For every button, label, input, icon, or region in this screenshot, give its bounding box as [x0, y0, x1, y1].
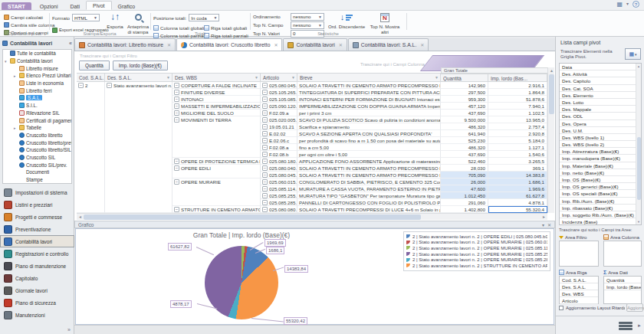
wbs-cell[interactable]: −STRUTTURE IN CEMENTO ARMATO [172, 206, 261, 213]
pivot-field-imp-os-speciali-base-[interactable]: Imp. OS speciali (Base)(€) [560, 190, 636, 197]
collapse-icon[interactable]: − [107, 83, 112, 88]
pivot-field-imp-manodopera-base-[interactable]: Imp. manodopera (Base)(€) [560, 155, 636, 162]
cod-cell[interactable] [77, 103, 105, 110]
grid-icon[interactable]: ▦ [616, 1, 623, 8]
articolo-cell[interactable]: −025.080.045.b00 [261, 172, 297, 178]
des-cell[interactable] [105, 110, 172, 116]
quantita-cell[interactable]: 522,460 [441, 158, 488, 165]
breve-cell[interactable]: INTONACI ESTERNI PER FORMAZIONE DI BUGNA… [297, 96, 441, 103]
articolo-cell[interactable]: −025.085.114.a00 [261, 185, 297, 192]
quantita-cell[interactable]: 437,690 [441, 110, 488, 116]
cod-cell[interactable] [77, 96, 105, 103]
des-cell[interactable] [105, 178, 172, 185]
quantita-cell[interactable]: 291,060 [441, 199, 488, 206]
pivot-field-imp-ribassato-base-[interactable]: Imp. ribassato (Base)(€) [560, 205, 636, 211]
ribbon-tab-opzioni[interactable]: Opzioni [34, 2, 64, 10]
imp-lordo-cell[interactable]: 51.878,6 [488, 96, 547, 103]
doc-tab-contabilit-lavori[interactable]: Contabilità lavori✕ [283, 38, 347, 51]
quantita-cell[interactable]: 641,940 [441, 130, 488, 137]
pivot-field-des-wbs-livello-1-[interactable]: Des. WBS (livello 1) [560, 134, 636, 141]
wbs-cell[interactable]: −FINITURE DIVERSE [172, 89, 261, 96]
cod-cell[interactable] [77, 137, 105, 144]
wbs-cell[interactable]: −MIGLIORIE DEL SUOLO [172, 110, 261, 116]
des-cell[interactable] [105, 89, 172, 96]
pivot-field-des-mappale[interactable]: Des. Mappale [560, 106, 636, 113]
imp-lordo-cell[interactable]: 1.540,6 [488, 151, 547, 158]
articolo-cell[interactable]: −025.020.005.b00 [261, 116, 297, 123]
module-item-listini-e-prezziari[interactable]: Listini e prezziari [0, 198, 74, 211]
articolo-cell[interactable]: −E.02.06.c [261, 137, 297, 144]
sidebar-item-documenti[interactable]: Documenti [3, 169, 71, 176]
des-cell[interactable] [105, 151, 172, 158]
articolo-cell[interactable]: −19.05.01.21 [261, 123, 297, 130]
pivot-field-des-odl[interactable]: Des. ODL [560, 113, 636, 120]
collapse-icon[interactable]: − [174, 179, 179, 185]
collapse-icon[interactable]: − [262, 186, 268, 192]
imp-lordo-cell[interactable]: 7.940,1 [488, 103, 547, 110]
breve-cell[interactable]: Scarifica e spianamento [297, 123, 441, 130]
imp-lordo-cell[interactable]: 55.320,4 [488, 206, 547, 213]
pivot-field-des-cat-soa[interactable]: Des. Cat. SOA [560, 85, 636, 92]
sidebar-item-cruscotto-libretto-prev-[interactable]: Cruscotto libretto/prev. [3, 139, 71, 146]
area-dati-item[interactable]: Imp. lordo (Base)(€) [604, 283, 641, 290]
pivot-field-des-wbs-livello-2-[interactable]: Des. WBS (livello 2) [560, 141, 636, 148]
field-list-layout-button[interactable]: ▦▾ [625, 48, 641, 60]
wbs-cell[interactable] [172, 144, 261, 151]
articolo-cell[interactable]: −E.02.02 [261, 130, 297, 137]
area-dati-item[interactable]: Quantità [604, 277, 641, 283]
des-cell[interactable] [105, 96, 172, 103]
collapse-icon[interactable]: − [174, 103, 179, 109]
doc-tab-contabilit-lavori-s-a-l-[interactable]: Contabilità lavori: S.A.L.✕ [348, 38, 429, 51]
list-view-icon[interactable] [619, 320, 632, 331]
cod-cell[interactable] [77, 185, 105, 192]
breve-cell[interactable]: per profondità di scavo fino a m 1.50 co… [297, 137, 441, 144]
module-item-progetti-e-commesse[interactable]: Progetti e commesse [0, 211, 74, 223]
articolo-cell[interactable]: −F.02.08.a [261, 144, 297, 151]
column-header-articolo[interactable]: Articolo▼ [261, 73, 297, 82]
des-cell[interactable] [105, 172, 172, 178]
legend-item[interactable]: 2 | Stato avanzamento lavori n. 2 | OPER… [406, 234, 547, 240]
articolo-cell[interactable]: −025.080.045.b00 [261, 82, 297, 89]
des-cell[interactable] [105, 144, 172, 151]
collapse-icon[interactable]: − [262, 124, 268, 129]
sidebar-item-cruscotto-sil-prev-[interactable]: Cruscotto SIL/prev. [3, 161, 71, 169]
pivot-field-incidenza-base-[interactable]: Incidenza (Base) [560, 218, 636, 225]
close-icon[interactable]: ✕ [547, 222, 551, 228]
breve-cell[interactable]: SOLAIO A TRAVETTI IN CEMENTO ARMATO PREC… [297, 165, 441, 172]
collapse-icon[interactable]: − [174, 207, 179, 212]
check-colonna-totali-globali[interactable]: Colonna totali globali [153, 24, 205, 31]
cod-cell[interactable] [77, 116, 105, 123]
cod-cell[interactable] [77, 89, 105, 96]
collapse-icon[interactable]: − [262, 193, 268, 198]
pivot-field-imp-os-generici-base-[interactable]: Imp. OS generici (Base)(€) [560, 183, 636, 190]
quantita-cell[interactable]: 142,960 [441, 82, 488, 89]
des-cell[interactable] [105, 165, 172, 172]
module-item-piano-di-sicurezza[interactable]: Piano di sicurezza [0, 297, 74, 309]
module-item-piano-di-manutenzione[interactable]: Piano di manutenzione [0, 260, 74, 273]
collapse-icon[interactable]: − [174, 97, 179, 102]
imp-lordo-cell[interactable]: 2.916,1 [488, 82, 547, 89]
area-riga-item[interactable]: Cod. S.A.L. [560, 277, 598, 283]
collapse-icon[interactable]: − [174, 83, 179, 88]
pivot-field-des-capitolo[interactable]: Des. Capitolo [560, 77, 636, 84]
collapse-icon[interactable]: − [174, 165, 179, 171]
pivot-field-imp-soggetto-rib-aum-base-[interactable]: Imp. soggetto Rib./Aum. (Base)(€) [560, 211, 636, 218]
module-item-registrazioni-e-controllo[interactable]: Registrazioni e controllo [0, 247, 74, 260]
wbs-cell[interactable]: −INTONACI [172, 96, 261, 103]
wbs-cell[interactable] [172, 185, 261, 192]
formato-combo[interactable]: HTML▼ [72, 14, 100, 21]
doc-tab-contabilit-lavori-cruscotto-libretto[interactable]: Contabilità lavori: Cruscotto libretto✕ [176, 38, 282, 51]
ribbon-tab-pivot[interactable]: Pivot [86, 1, 112, 10]
filter-icon[interactable]: ▼ [166, 75, 170, 81]
sidebar-item-s-a-l-[interactable]: S.A.L. [3, 94, 71, 102]
collapse-icon[interactable]: − [174, 90, 179, 95]
quantita-cell[interactable]: 457,120 [441, 103, 488, 110]
sidebar-item-s-i-l-[interactable]: S.I.L. [3, 102, 71, 110]
cod-cell[interactable] [77, 206, 105, 213]
legend-item[interactable]: 2 | Stato avanzamento lavori n. 2 | OPER… [406, 245, 547, 251]
wbs-cell[interactable] [172, 199, 261, 206]
quantita-cell[interactable]: 437,690 [441, 151, 488, 158]
scrollbar-thumb[interactable] [549, 74, 554, 114]
cod-cell[interactable] [77, 151, 105, 158]
des-cell[interactable] [105, 192, 172, 199]
